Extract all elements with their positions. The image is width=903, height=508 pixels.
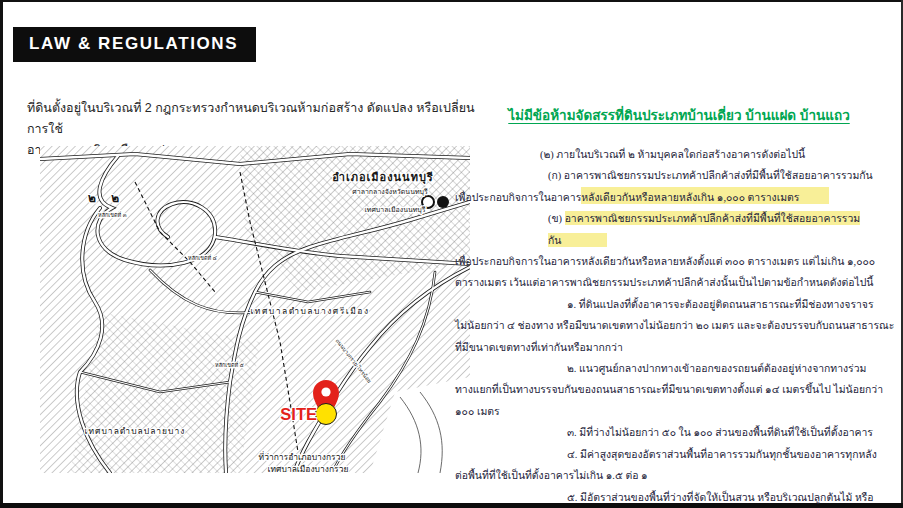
regulation-line: (ก) อาคารพาณิชยกรรมประเภทค้าปลีกค้าส่งที… (455, 165, 903, 186)
regulation-panel: ไม่มีข้อห้ามจัดสรรที่ดินประเภทบ้านเดี่ยว… (455, 104, 903, 508)
map-label-marker-1: หลักเขตที่ ๓ (98, 211, 127, 218)
line-text: ๒. แนวศูนย์กลางปากทางเข้าออกของรถยนต์ต้อ… (567, 363, 866, 374)
highlighted-text: อาคารพาณิชยกรรมประเภทค้าปลีกค้าส่งที่มีพ… (548, 211, 860, 246)
regulation-line: ไม่น้อยกว่า ๔ ช่องทาง หรือมีขนาดเขตทางไม… (455, 315, 903, 336)
regulation-line: ตารางเมตร เว้นแต่อาคารพาณิชยกรรมประเภทค้… (455, 272, 903, 293)
regulation-line: ที่มีขนาดเขตทางที่เท่ากันหรือมากกว่า (455, 337, 903, 358)
map-label-municipality-sw: เทศบาลตำบลปลายบาง (85, 426, 186, 436)
regulation-line: ๔. มีค่าสูงสุดของอัตราส่วนพื้นที่อาคารรว… (455, 444, 903, 465)
map-label-municipality-center: เทศบาลตำบลบางศรีเมือง (250, 306, 369, 316)
zoning-map: อำเภอเมืองนนทบุรี ศาลากลางจังหวัดนนทบุรี… (40, 142, 470, 473)
subtitle-line-1: ที่ดินตั้งอยู่ในบริเวณที่ 2 กฎกระทรวงกำห… (27, 98, 477, 140)
line-text: เพื่อประกอบกิจการในอาคาร (455, 192, 581, 203)
regulation-line: เพื่อประกอบกิจการในอาคารหลังเดียวกันหรือ… (455, 251, 903, 272)
regulation-line: ต่อพื้นที่ที่ใช้เป็นที่ตั้งอาคารไม่เกิน … (455, 465, 903, 486)
site-label: SITE (280, 405, 317, 423)
regulation-line: (ข) อาคารพาณิชยกรรมประเภทค้าปลีกค้าส่งที… (455, 208, 903, 251)
line-text: ๔. มีค่าสูงสุดของอัตราส่วนพื้นที่อาคารรว… (567, 449, 877, 460)
regulation-line: ๕. มีอัตราส่วนของพื้นที่ว่างที่จัดให้เป็… (455, 487, 903, 508)
line-text: ตารางเมตร เว้นแต่อาคารพาณิชยกรรมประเภทค้… (455, 277, 873, 288)
line-text: ๑. ที่ดินแปลงที่ตั้งอาคารจะต้องอยู่ติดถน… (567, 299, 874, 310)
regulation-heading: ไม่มีข้อห้ามจัดสรรที่ดินประเภทบ้านเดี่ยว… (455, 104, 903, 126)
map-label-marker-3: หลักเขตที่ ๕ (215, 361, 244, 368)
site-area-circle (316, 404, 337, 425)
map-label-municipality-bangkruai: เทศบาลเมืองบางกรวย (268, 464, 349, 473)
regulation-line: ๑. ที่ดินแปลงที่ตั้งอาคารจะต้องอยู่ติดถน… (455, 294, 903, 315)
page-title: LAW & REGULATIONS (13, 27, 256, 62)
regulation-line: ทางแยกที่เป็นทางบรรจบกันของถนนสาธารณะที่… (455, 379, 903, 400)
line-text: (๒) ภายในบริเวณที่ ๒ ห้ามบุคคลใดก่อสร้าง… (540, 149, 805, 160)
highlighted-text: หลังเดียวกันหรือหลายหลังเกิน ๑,๐๐๐ ตาราง… (581, 187, 829, 204)
site-pin-hole (321, 387, 330, 396)
map-label-district: อำเภอเมืองนนทบุรี (332, 171, 434, 185)
landmark-dot-symbol (437, 196, 449, 208)
map-label-marker-2: หลักเขตที่ ๔ (188, 254, 217, 261)
regulation-text: (๒) ภายในบริเวณที่ ๒ ห้ามบุคคลใดก่อสร้าง… (455, 144, 903, 508)
regulation-line: (๒) ภายในบริเวณที่ ๒ ห้ามบุคคลใดก่อสร้าง… (455, 144, 903, 165)
slide-border-left (0, 0, 3, 508)
line-text: ๑๐๐ เมตร (455, 406, 500, 417)
regulation-line: ๒. แนวศูนย์กลางปากทางเข้าออกของรถยนต์ต้อ… (455, 358, 903, 379)
map-label-zone-number: ๒ ๒ (88, 191, 125, 205)
regulation-line: เพื่อประกอบกิจการในอาคารหลังเดียวกันหรือ… (455, 187, 903, 208)
line-text: ต่อพื้นที่ที่ใช้เป็นที่ตั้งอาคารไม่เกิน … (455, 470, 648, 481)
line-text: ๓. มีที่ว่างไม่น้อยกว่า ๕๐ ใน ๑๐๐ ส่วนขอ… (567, 427, 873, 438)
line-text: เพื่อประกอบกิจการในอาคารหลังเดียวกันหรือ… (455, 256, 875, 267)
slide-border-top (0, 0, 903, 2)
line-text: ไม่น้อยกว่า ๔ ช่องทาง หรือมีขนาดเขตทางไม… (455, 320, 894, 331)
line-text: ที่มีขนาดเขตทางที่เท่ากันหรือมากกว่า (455, 342, 623, 353)
line-text: (ก) อาคารพาณิชยกรรมประเภทค้าปลีกค้าส่งที… (548, 170, 873, 181)
zoning-map-svg: อำเภอเมืองนนทบุรี ศาลากลางจังหวัดนนทบุรี… (40, 142, 470, 473)
line-text: (ข) (548, 213, 565, 224)
slide: { "slide": { "title": "LAW & REGULATIONS… (0, 0, 903, 508)
regulation-line: ๓. มีที่ว่างไม่น้อยกว่า ๕๐ ใน ๑๐๐ ส่วนขอ… (455, 422, 903, 443)
line-text: ๕. มีอัตราส่วนของพื้นที่ว่างที่จัดให้เป็… (567, 492, 874, 503)
map-label-municipality-nont: เทศบาลเมืองนนทบุรี (364, 206, 425, 214)
map-label-amphoe-office: ที่ว่าการอำเภอบางกรวย (259, 451, 346, 462)
line-text: ทางแยกที่เป็นทางบรรจบกันของถนนสาธารณะที่… (455, 384, 883, 395)
regulation-line: ๑๐๐ เมตร (455, 401, 903, 422)
map-label-city-hall: ศาลากลางจังหวัดนนทบุรี (352, 188, 428, 196)
